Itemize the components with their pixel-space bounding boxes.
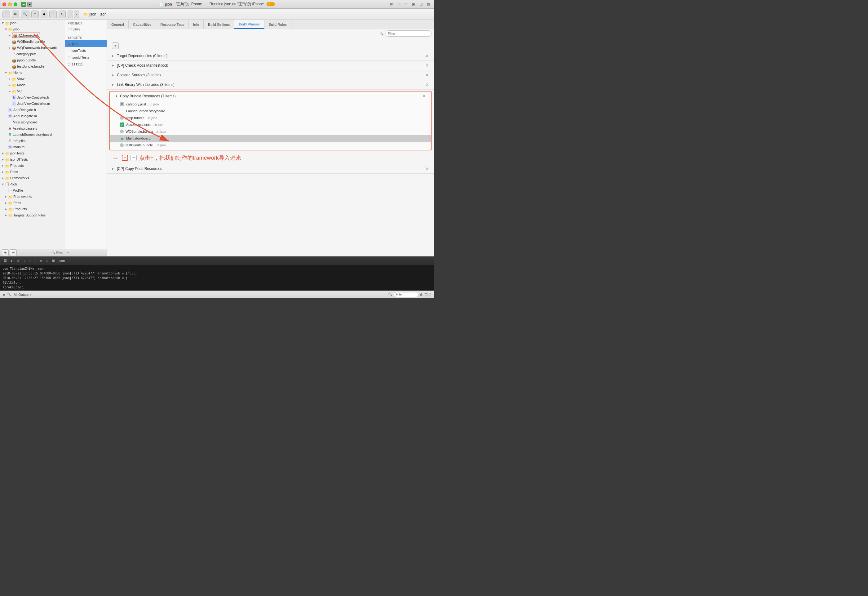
- sidebar-item-main-storyboard[interactable]: ☰ Main.storyboard: [0, 119, 65, 125]
- sidebar-item-appdelegate-h[interactable]: h AppDelegate.h: [0, 106, 65, 113]
- filter-input[interactable]: [385, 30, 431, 37]
- debug-simulate-icon[interactable]: ◈: [38, 258, 43, 263]
- list-button[interactable]: ☰: [49, 10, 57, 18]
- diamond-button[interactable]: ◆: [41, 10, 47, 18]
- nav-add-button[interactable]: +: [67, 251, 69, 254]
- tab-build-settings[interactable]: Build Settings: [204, 20, 234, 29]
- tab-build-rules[interactable]: Build Rules: [264, 20, 291, 29]
- sidebar-item-home[interactable]: ▶ 📁 Home: [0, 70, 65, 75]
- phase-close-button[interactable]: ✕: [425, 166, 429, 171]
- phase-header-cp-check[interactable]: ▶ [CP] Check Pods Manifest.lock ✕: [107, 61, 434, 70]
- panel-icon2[interactable]: ◫: [418, 1, 424, 7]
- sidebar-remove-button[interactable]: −: [10, 249, 17, 256]
- breadcrumb-json2[interactable]: json: [100, 12, 107, 16]
- sidebar-item-podfile[interactable]: 📄 Podfile: [0, 187, 65, 194]
- sidebar-item-jvc-h[interactable]: h JsonViewController.h: [0, 94, 65, 101]
- phase-close-button[interactable]: ✕: [422, 94, 426, 99]
- sidebar-item-jz-framework[interactable]: ▶ 📦 JZ.framework: [0, 32, 65, 38]
- debug-grid-icon[interactable]: ⊞: [51, 258, 56, 263]
- sidebar-item-view[interactable]: ▶ 📁 View: [0, 75, 65, 82]
- minimize-button[interactable]: [8, 3, 12, 6]
- trash-icon[interactable]: 🗑: [420, 293, 423, 296]
- debug-list-icon[interactable]: ☰: [3, 258, 8, 263]
- tab-resource-tags[interactable]: Resource Tags: [156, 20, 189, 29]
- add-phase-button[interactable]: +: [112, 43, 119, 49]
- debug-step-in-icon[interactable]: ↓: [28, 258, 32, 263]
- navigator-button[interactable]: ☰: [3, 10, 10, 18]
- sidebar-item-frameworks1[interactable]: ▶ 📁 Frameworks: [0, 175, 65, 181]
- target-nav-item-111111[interactable]: ◻ 111111: [65, 61, 107, 68]
- warning-button[interactable]: ⚠: [31, 10, 39, 18]
- file-row-wqbundle[interactable]: WQBundle.bundle ...in json: [110, 128, 431, 135]
- phase-close-button[interactable]: ✕: [425, 63, 429, 68]
- bottom-filter-icon[interactable]: 🔍: [7, 293, 11, 296]
- phase-close-button[interactable]: ✕: [425, 53, 429, 58]
- sidebar-item-products2[interactable]: ▶ 📁 Products: [0, 206, 65, 212]
- phase-close-button[interactable]: ✕: [425, 82, 429, 87]
- debug-step-icon[interactable]: ↓: [22, 258, 27, 263]
- phase-header-link[interactable]: ▶ Link Binary With Libraries (3 items) ✕: [107, 80, 434, 89]
- breadcrumb-json[interactable]: json: [89, 12, 96, 16]
- file-row-assets[interactable]: A Assets.xcassets ...in json: [110, 121, 431, 128]
- sidebar-item-category-plist[interactable]: P category.plist: [0, 51, 65, 57]
- add-file-button[interactable]: +: [122, 155, 128, 161]
- sidebar-item-json-root[interactable]: ▶ 📁 json: [0, 20, 65, 26]
- sidebar-item-appdelegate-m[interactable]: m AppDelegate.m: [0, 113, 65, 119]
- sidebar-item-frameworks2[interactable]: ▶ 📁 Frameworks: [0, 194, 65, 200]
- debug-step-out-icon[interactable]: ↑: [33, 258, 37, 263]
- search-button[interactable]: 🔍: [21, 10, 30, 18]
- fullscreen-button[interactable]: [14, 3, 17, 6]
- play-button[interactable]: ▶: [21, 2, 26, 7]
- phase-header-compile[interactable]: ▶ Compile Sources (3 items) ✕: [107, 70, 434, 80]
- stop-button[interactable]: ■: [27, 2, 32, 7]
- file-row-testbundle[interactable]: testBundle.bundle ...in json: [110, 142, 431, 149]
- scope-button[interactable]: ⊙: [59, 10, 66, 18]
- target-nav-item-jsonuitests[interactable]: ◻ jsonUITests: [65, 54, 107, 61]
- file-row-pppp[interactable]: pppp.bundle ...in json: [110, 114, 431, 121]
- sidebar-item-wqbundle[interactable]: 📦 WQBundle.bundle: [0, 38, 65, 45]
- sidebar-item-assets[interactable]: ◼ Assets.xcassets: [0, 125, 65, 132]
- back-nav-button[interactable]: ‹: [68, 10, 73, 18]
- debug-pause-icon[interactable]: ⏸: [15, 258, 21, 263]
- project-nav-item-json[interactable]: 📄 json: [65, 26, 107, 33]
- tab-build-phases[interactable]: Build Phases: [234, 20, 264, 29]
- grid-icon[interactable]: ⊞: [388, 1, 394, 7]
- sidebar-item-pppp-bundle[interactable]: 📦 pppp.bundle: [0, 57, 65, 63]
- forward-nav-button[interactable]: ›: [74, 10, 79, 18]
- tab-info[interactable]: Info: [189, 20, 204, 29]
- sidebar-item-testbundle[interactable]: 📦 testBundle.bundle: [0, 63, 65, 70]
- remove-file-button[interactable]: −: [130, 155, 137, 161]
- expand-icon[interactable]: ⤢: [429, 293, 431, 296]
- sidebar-toggle-icon[interactable]: ◫: [424, 293, 428, 296]
- debug-circle-icon[interactable]: ●: [9, 258, 14, 263]
- bottom-menu-icon[interactable]: ☰: [3, 293, 6, 296]
- phase-close-button[interactable]: ✕: [425, 72, 429, 77]
- add-button[interactable]: ⊕: [12, 10, 19, 18]
- console-filter-input[interactable]: [394, 292, 418, 297]
- target-nav-item-json[interactable]: ▲ json: [65, 40, 107, 47]
- sidebar-item-jvc-m[interactable]: m JsonViewController.m: [0, 101, 65, 106]
- phase-header-cp-copy[interactable]: ▶ [CP] Copy Pods Resources ✕: [107, 164, 434, 173]
- target-nav-item-jsontests[interactable]: ◻ jsonTests: [65, 47, 107, 54]
- phase-header-copy-bundle[interactable]: ▼ Copy Bundle Resources (7 items) ✕: [110, 92, 431, 101]
- sidebar-item-model[interactable]: ▶ 📁 Model: [0, 82, 65, 88]
- sidebar-item-json-folder[interactable]: ▶ 📁 json: [0, 26, 65, 32]
- tab-general[interactable]: General: [107, 20, 128, 29]
- file-row-category-plist[interactable]: P category.plist ...in json: [110, 101, 431, 108]
- sidebar-item-pods1[interactable]: ▶ 📁 Pods: [0, 169, 65, 175]
- sidebar-item-main-m[interactable]: m main.m: [0, 144, 65, 150]
- sidebar-item-jsontests[interactable]: ▶ 📁 jsonTests: [0, 150, 65, 156]
- phase-header-target-deps[interactable]: ▶ Target Dependencies (0 items) ✕: [107, 51, 434, 61]
- sidebar-item-targets-support[interactable]: ▶ 📁 Targets Support Files: [0, 212, 65, 218]
- sidebar-item-info-plist[interactable]: P Info.plist: [0, 138, 65, 144]
- tab-capabilities[interactable]: Capabilities: [128, 20, 156, 29]
- forward-icon[interactable]: ↪: [403, 1, 409, 7]
- sidebar-item-pods-root[interactable]: ▶ 📋 Pods: [0, 181, 65, 187]
- sidebar-item-products1[interactable]: ▶ 📁 Products: [0, 163, 65, 169]
- debug-share-icon[interactable]: ▷: [45, 258, 50, 263]
- sidebar-item-jsonuitests[interactable]: ▶ 📁 jsonUITests: [0, 156, 65, 163]
- panel-icon[interactable]: ▣: [410, 1, 417, 7]
- file-row-main-storyboard[interactable]: ☰ Main.storyboard: [110, 135, 431, 142]
- sidebar-item-wqframework[interactable]: ▶ 📦 WQFramework.framework: [0, 45, 65, 51]
- sidebar-item-vc[interactable]: ▶ 📁 VC: [0, 88, 65, 94]
